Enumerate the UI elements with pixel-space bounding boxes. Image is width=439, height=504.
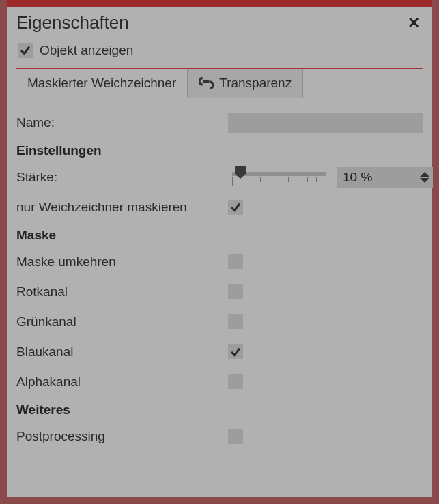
slider-track: [232, 172, 326, 176]
invert-mask-checkbox[interactable]: [228, 254, 243, 269]
invert-mask-label: Maske umkehren: [16, 254, 221, 269]
alpha-channel-label: Alphakanal: [16, 374, 221, 389]
tab-transparency[interactable]: Transparenz: [188, 69, 303, 98]
panel-title: Eigenschaften: [16, 12, 129, 33]
show-object-label: Objekt anzeigen: [40, 43, 133, 58]
green-channel-label: Grünkanal: [16, 314, 221, 329]
close-icon[interactable]: ✕: [405, 14, 423, 32]
red-channel-label: Rotkanal: [16, 284, 221, 299]
section-more: Weiteres: [16, 402, 423, 417]
blue-channel-checkbox[interactable]: [228, 344, 243, 359]
strength-spinner[interactable]: 10 %: [337, 167, 433, 188]
alpha-channel-checkbox[interactable]: [228, 374, 243, 389]
mask-only-label: nur Weichzeichner maskieren: [16, 200, 221, 215]
section-mask: Maske: [16, 228, 423, 243]
tab-masked-blur[interactable]: Maskierter Weichzeichner: [16, 69, 188, 98]
spinner-up-icon[interactable]: [420, 172, 429, 177]
postprocessing-checkbox[interactable]: [228, 429, 243, 444]
mask-only-checkbox[interactable]: [228, 200, 243, 215]
name-label: Name:: [16, 115, 221, 130]
section-settings: Einstellungen: [16, 143, 423, 158]
panel-header: Eigenschaften ✕: [16, 7, 423, 40]
transparency-icon: [199, 76, 214, 91]
tab-masked-blur-label: Maskierter Weichzeichner: [27, 76, 176, 91]
slider-ticks: [232, 177, 326, 186]
show-object-checkbox[interactable]: [18, 43, 33, 58]
postprocessing-label: Postprocessing: [16, 429, 221, 444]
strength-value: 10 %: [337, 170, 416, 185]
strength-label: Stärke:: [16, 170, 221, 185]
tab-bar: Maskierter Weichzeichner Transparenz: [16, 68, 423, 98]
spinner-down-icon[interactable]: [420, 178, 429, 183]
tab-transparency-label: Transparenz: [219, 76, 292, 91]
red-channel-checkbox[interactable]: [228, 284, 243, 299]
blue-channel-label: Blaukanal: [16, 344, 221, 359]
green-channel-checkbox[interactable]: [228, 314, 243, 329]
strength-slider[interactable]: [228, 165, 330, 190]
name-input[interactable]: [228, 113, 423, 133]
